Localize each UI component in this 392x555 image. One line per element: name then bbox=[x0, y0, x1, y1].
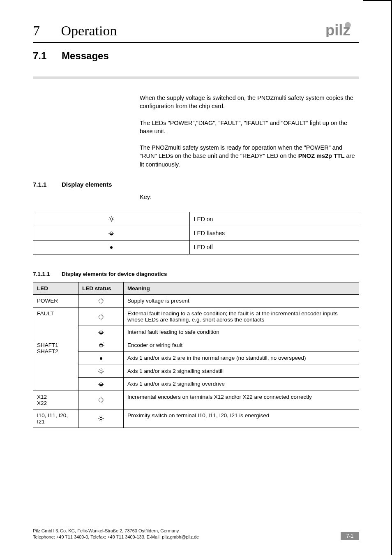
diag-table-row: SHAFT1SHAFT2Encoder or wiring fault bbox=[33, 339, 359, 352]
led-on-icon bbox=[97, 415, 105, 422]
diag-meaning-cell: Internal fault leading to safe condition bbox=[124, 326, 359, 339]
diag-status-cell bbox=[78, 352, 124, 365]
led-on-icon bbox=[97, 368, 105, 375]
diag-meaning-cell: Axis 1 and/or axis 2 signalling standsti… bbox=[124, 365, 359, 377]
key-icon-cell bbox=[33, 212, 190, 226]
section-divider bbox=[33, 76, 359, 79]
led-on-icon bbox=[97, 298, 105, 304]
section-heading: 7.1 Messages bbox=[33, 50, 359, 62]
diag-table-row: Axis 1 and/or axis 2 are in the normal r… bbox=[33, 352, 359, 365]
diag-led-cell: I10, I11, I20, I21 bbox=[33, 409, 78, 428]
diag-led-cell: POWER bbox=[33, 294, 78, 307]
key-table-row: LED flashes bbox=[33, 226, 359, 240]
chapter-number: 7 bbox=[33, 23, 58, 39]
key-table-row: LED on bbox=[33, 212, 359, 226]
diag-meaning-cell: Supply voltage is present bbox=[124, 294, 359, 307]
subsection-heading: 7.1.1 Display elements bbox=[33, 181, 359, 188]
diag-status-cell bbox=[78, 378, 124, 391]
footer-address: Pilz GmbH & Co. KG, Felix-Wankel-Straße … bbox=[33, 528, 199, 540]
subsection-number: 7.1.1 bbox=[33, 181, 62, 188]
diag-table-row: Internal fault leading to safe condition bbox=[33, 326, 359, 339]
key-table: LED onLED flashesLED off bbox=[33, 212, 359, 254]
diag-status-cell bbox=[78, 339, 124, 352]
subsubsection-title: Display elements for device diagnostics bbox=[62, 271, 167, 277]
diag-table-row: X12X22Incremental encoders on terminals … bbox=[33, 391, 359, 409]
chapter-heading: 7 Operation bbox=[33, 23, 117, 39]
led-on-icon bbox=[97, 314, 105, 320]
key-label-cell: LED off bbox=[189, 240, 359, 254]
diag-table-row: Axis 1 and/or axis 2 signalling standsti… bbox=[33, 365, 359, 377]
key-table-row: LED off bbox=[33, 240, 359, 254]
diag-status-cell bbox=[78, 391, 124, 409]
diag-table-row: Axis 1 and/or axis 2 signalling overdriv… bbox=[33, 378, 359, 391]
diag-meaning-cell: Axis 1 and/or axis 2 are in the normal r… bbox=[124, 352, 359, 365]
chapter-title: Operation bbox=[61, 23, 117, 38]
key-label-cell: LED on bbox=[189, 212, 359, 226]
section-number: 7.1 bbox=[33, 50, 62, 62]
key-label: Key: bbox=[140, 194, 359, 200]
section-title: Messages bbox=[62, 50, 109, 62]
diag-th-led: LED bbox=[33, 282, 78, 294]
led-off-icon bbox=[107, 244, 115, 251]
diag-th-status: LED status bbox=[78, 282, 124, 294]
diag-meaning-cell: External fault leading to a safe conditi… bbox=[124, 308, 359, 326]
diag-led-cell: X12X22 bbox=[33, 391, 78, 409]
diag-meaning-cell: Axis 1 and/or axis 2 signalling overdriv… bbox=[124, 378, 359, 391]
intro-p3: The PNOZmulti safety system is ready for… bbox=[140, 143, 355, 169]
led-flashes-icon bbox=[107, 230, 115, 237]
brand-logo bbox=[325, 21, 359, 39]
chapter-header: 7 Operation bbox=[33, 21, 359, 43]
diagnostics-table: LED LED status Meaning POWERSupply volta… bbox=[33, 282, 359, 428]
intro-p2: The LEDs "POWER","DIAG", "FAULT", "IFAUL… bbox=[140, 119, 355, 136]
diag-table-row: POWERSupply voltage is present bbox=[33, 294, 359, 307]
diag-table-row: FAULTExternal fault leading to a safe co… bbox=[33, 308, 359, 326]
page-footer: Pilz GmbH & Co. KG, Felix-Wankel-Straße … bbox=[33, 528, 359, 540]
key-icon-cell bbox=[33, 240, 190, 254]
led-flashes-alt-icon bbox=[97, 342, 105, 349]
intro-p1: When the supply voltage is switched on, … bbox=[140, 94, 355, 111]
footer-line2: Telephone: +49 711 3409-0, Telefax: +49 … bbox=[33, 534, 199, 540]
led-flashes-icon bbox=[97, 329, 105, 336]
subsubsection-number: 7.1.1.1 bbox=[33, 271, 62, 277]
page-number-badge: 7-1 bbox=[341, 532, 359, 540]
diag-th-meaning: Meaning bbox=[124, 282, 359, 294]
diag-status-cell bbox=[78, 365, 124, 377]
key-label-cell: LED flashes bbox=[189, 226, 359, 240]
diag-meaning-cell: Incremental encoders on terminals X12 an… bbox=[124, 391, 359, 409]
diag-meaning-cell: Proximity switch on terminal I10, I11, I… bbox=[124, 409, 359, 428]
key-icon-cell bbox=[33, 226, 190, 240]
led-on-icon bbox=[107, 216, 115, 222]
diag-meaning-cell: Encoder or wiring fault bbox=[124, 339, 359, 352]
intro-text: When the supply voltage is switched on, … bbox=[140, 94, 355, 169]
subsection-title: Display elements bbox=[62, 181, 112, 188]
diag-led-cell: SHAFT1SHAFT2 bbox=[33, 339, 78, 391]
diag-led-cell: FAULT bbox=[33, 308, 78, 339]
diag-status-cell bbox=[78, 326, 124, 339]
subsubsection-heading: 7.1.1.1 Display elements for device diag… bbox=[33, 271, 359, 277]
led-flashes-icon bbox=[97, 381, 105, 388]
footer-line1: Pilz GmbH & Co. KG, Felix-Wankel-Straße … bbox=[33, 528, 199, 534]
diag-status-cell bbox=[78, 308, 124, 326]
led-on-icon bbox=[97, 397, 105, 403]
diag-status-cell bbox=[78, 294, 124, 307]
diag-status-cell bbox=[78, 409, 124, 428]
diag-table-row: I10, I11, I20, I21Proximity switch on te… bbox=[33, 409, 359, 428]
led-off-icon bbox=[97, 355, 105, 362]
